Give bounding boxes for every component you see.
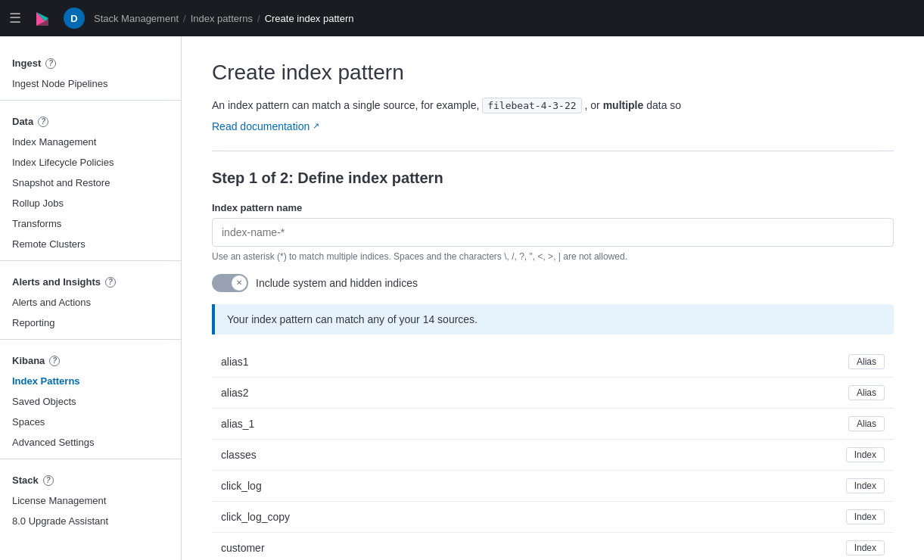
- top-nav: ☰ D Stack Management / Index patterns / …: [0, 0, 924, 36]
- table-row: click_log Index: [212, 470, 894, 501]
- sidebar-section-data-label: Data: [12, 116, 33, 127]
- alerts-help-icon[interactable]: ?: [105, 277, 116, 288]
- table-row: classes Index: [212, 439, 894, 470]
- data-help-icon[interactable]: ?: [38, 117, 48, 127]
- divider-4: [0, 459, 181, 459]
- field-hint: Use an asterisk (*) to match multiple in…: [212, 251, 894, 262]
- toggle-row: ✕ Include system and hidden indices: [212, 274, 894, 292]
- sidebar-section-stack-label: Stack: [12, 474, 39, 486]
- main-content: Create index pattern An index pattern ca…: [182, 36, 924, 560]
- breadcrumb-index-patterns[interactable]: Index patterns: [191, 13, 253, 24]
- desc-text-1: An index pattern can match a single sour…: [212, 99, 482, 111]
- hamburger-icon[interactable]: ☰: [9, 10, 21, 26]
- source-type: Index: [624, 439, 894, 470]
- table-row: alias_1 Alias: [212, 408, 894, 439]
- source-type: Index: [624, 470, 894, 501]
- read-docs-link[interactable]: Read documentation ↗: [212, 120, 319, 132]
- external-link-icon: ↗: [313, 121, 319, 131]
- table-row: customer Index: [212, 532, 894, 560]
- sidebar-section-data: Data ?: [0, 107, 181, 132]
- breadcrumb-current: Create index pattern: [265, 13, 354, 24]
- kibana-help-icon[interactable]: ?: [49, 356, 60, 366]
- stack-help-icon[interactable]: ?: [43, 475, 54, 486]
- page-title: Create index pattern: [212, 61, 894, 85]
- sidebar-item-alerts-actions[interactable]: Alerts and Actions: [0, 292, 181, 313]
- index-pattern-input[interactable]: [212, 218, 894, 247]
- ingest-help-icon[interactable]: ?: [45, 58, 56, 69]
- step-title: Step 1 of 2: Define index pattern: [212, 170, 894, 187]
- divider-3: [0, 339, 181, 340]
- field-label: Index pattern name: [212, 202, 894, 213]
- breadcrumb-stack-management[interactable]: Stack Management: [94, 13, 179, 24]
- sidebar-item-index-patterns[interactable]: Index Patterns: [0, 371, 181, 391]
- sidebar-item-rollup-jobs[interactable]: Rollup Jobs: [0, 193, 181, 213]
- read-docs-label: Read documentation: [212, 120, 310, 132]
- toggle-dot: ✕: [232, 275, 247, 291]
- source-type: Index: [624, 532, 894, 560]
- sidebar-item-reporting[interactable]: Reporting: [0, 313, 181, 333]
- sidebar-section-alerts-label: Alerts and Insights: [12, 276, 101, 288]
- kibana-logo: [30, 6, 54, 30]
- user-avatar[interactable]: D: [64, 8, 85, 29]
- section-divider: [212, 151, 894, 151]
- source-name: click_log_copy: [212, 501, 624, 532]
- sources-table: alias1 Alias alias2 Alias alias_1 Alias …: [212, 347, 894, 560]
- sidebar-section-kibana: Kibana ?: [0, 346, 181, 371]
- sidebar-item-upgrade-assistant[interactable]: 8.0 Upgrade Assistant: [0, 511, 181, 531]
- sidebar-item-spaces[interactable]: Spaces: [0, 412, 181, 432]
- sidebar-section-alerts: Alerts and Insights ?: [0, 267, 181, 292]
- breadcrumb-sep-1: /: [183, 13, 186, 24]
- divider-1: [0, 100, 181, 101]
- sidebar-item-ingest-node-pipelines[interactable]: Ingest Node Pipelines: [0, 73, 181, 94]
- table-row: click_log_copy Index: [212, 501, 894, 532]
- source-type: Alias: [624, 377, 894, 408]
- sidebar-item-index-management[interactable]: Index Management: [0, 132, 181, 152]
- source-name: classes: [212, 439, 624, 470]
- sidebar-item-remote-clusters[interactable]: Remote Clusters: [0, 234, 181, 254]
- desc-bold: multiple: [603, 99, 644, 111]
- source-name: alias1: [212, 347, 624, 378]
- sidebar-item-transforms[interactable]: Transforms: [0, 213, 181, 234]
- table-row: alias1 Alias: [212, 347, 894, 378]
- code-example: filebeat-4-3-22: [482, 98, 581, 114]
- source-type: Alias: [624, 408, 894, 439]
- source-name: alias2: [212, 377, 624, 408]
- include-hidden-toggle[interactable]: ✕: [212, 274, 248, 292]
- sidebar-item-license-management[interactable]: License Management: [0, 490, 181, 511]
- toggle-label: Include system and hidden indices: [256, 277, 418, 289]
- sidebar: Ingest ? Ingest Node Pipelines Data ? In…: [0, 36, 182, 560]
- divider-2: [0, 260, 181, 261]
- source-type: Index: [624, 501, 894, 532]
- sidebar-section-ingest: Ingest ?: [0, 48, 181, 73]
- source-name: alias_1: [212, 408, 624, 439]
- source-type: Alias: [624, 347, 894, 378]
- page-description: An index pattern can match a single sour…: [212, 97, 894, 114]
- desc-text-2: , or: [585, 99, 603, 111]
- sidebar-item-saved-objects[interactable]: Saved Objects: [0, 391, 181, 412]
- sidebar-item-index-lifecycle-policies[interactable]: Index Lifecycle Policies: [0, 152, 181, 173]
- index-pattern-field: Index pattern name Use an asterisk (*) t…: [212, 202, 894, 262]
- source-name: customer: [212, 532, 624, 560]
- desc-text-3: data so: [646, 99, 681, 111]
- info-banner: Your index pattern can match any of your…: [212, 304, 894, 334]
- breadcrumb: Stack Management / Index patterns / Crea…: [94, 13, 353, 24]
- sidebar-item-snapshot-restore[interactable]: Snapshot and Restore: [0, 173, 181, 193]
- table-row: alias2 Alias: [212, 377, 894, 408]
- sidebar-item-advanced-settings[interactable]: Advanced Settings: [0, 432, 181, 453]
- breadcrumb-sep-2: /: [257, 13, 260, 24]
- source-name: click_log: [212, 470, 624, 501]
- sidebar-section-ingest-label: Ingest: [12, 58, 41, 69]
- sidebar-section-stack: Stack ?: [0, 465, 181, 490]
- sidebar-section-kibana-label: Kibana: [12, 355, 45, 366]
